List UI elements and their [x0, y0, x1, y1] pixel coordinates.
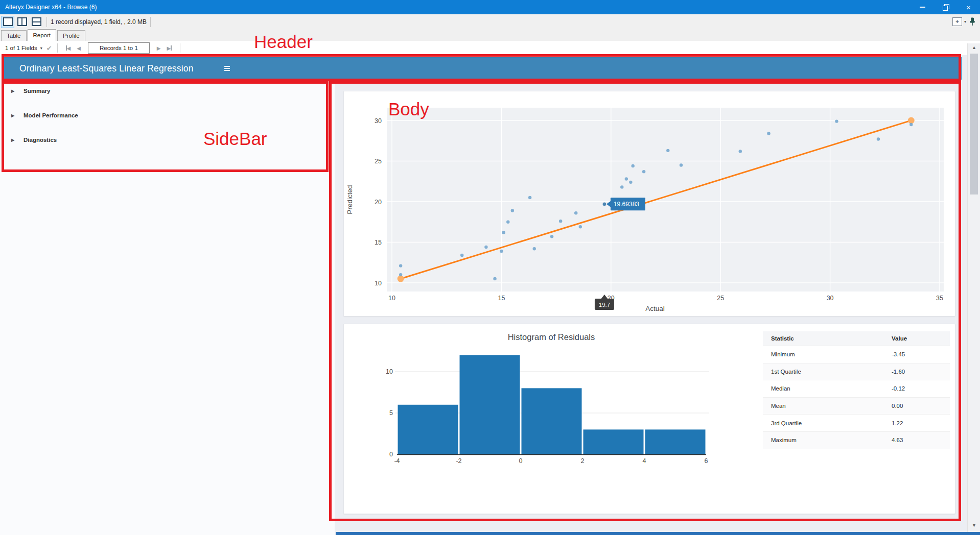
- vertical-split-icon: [17, 17, 27, 26]
- svg-text:10: 10: [388, 295, 395, 302]
- scroll-down-icon[interactable]: ▼: [968, 523, 980, 528]
- svg-text:15: 15: [375, 239, 382, 246]
- svg-text:4: 4: [643, 457, 646, 465]
- svg-text:-4: -4: [394, 457, 400, 465]
- window-controls: ×: [911, 0, 980, 14]
- close-icon: ×: [966, 4, 971, 11]
- apply-check-icon[interactable]: ✔: [46, 44, 52, 52]
- close-button[interactable]: ×: [957, 0, 980, 14]
- expand-arrow-icon[interactable]: ▶: [11, 89, 18, 93]
- tab-report[interactable]: Report: [28, 29, 57, 41]
- scatter-point: [767, 132, 770, 135]
- sidebar-item-model-performance[interactable]: ▶ Model Performance: [0, 109, 327, 121]
- line-endpoint: [398, 276, 404, 282]
- minimize-icon: [920, 7, 925, 8]
- scatter-point: [511, 209, 514, 212]
- tab-table[interactable]: Table: [1, 30, 27, 41]
- scatter-point: [484, 246, 487, 249]
- single-pane-icon: [3, 17, 13, 26]
- scatter-point: [502, 231, 505, 234]
- app-window: Alteryx Designer x64 - Browse (6) × 1 re…: [0, 0, 980, 535]
- stats-table-header: StatisticValue: [763, 331, 950, 346]
- histogram-bar: [460, 355, 520, 454]
- scatter-point: [629, 181, 632, 184]
- scatter-point: [528, 196, 531, 199]
- fields-dropdown-caret-icon[interactable]: ▾: [40, 46, 42, 51]
- svg-text:0: 0: [519, 457, 523, 465]
- toolbar-separator: [46, 17, 47, 27]
- minimize-button[interactable]: [911, 0, 934, 14]
- record-status-text: 1 record displayed, 1 field, , 2.0 MB: [51, 18, 147, 26]
- horizontal-split-layout-button[interactable]: [30, 16, 43, 28]
- records-range-box[interactable]: Records 1 to 1: [88, 42, 150, 54]
- vertical-scrollbar[interactable]: ▲ ▼: [967, 43, 980, 535]
- expand-arrow-icon[interactable]: ▶: [11, 113, 18, 118]
- svg-text:19.69383: 19.69383: [614, 201, 639, 208]
- last-record-button[interactable]: ▶: [167, 45, 172, 51]
- svg-text:10: 10: [386, 368, 393, 375]
- y-axis-title: Predicted: [346, 185, 354, 214]
- pin-icon[interactable]: [968, 17, 976, 26]
- histogram-bar: [584, 429, 644, 454]
- table-row: 3rd Quartile1.22: [763, 415, 950, 432]
- table-row: Median-0.12: [763, 380, 950, 398]
- scroll-up-icon[interactable]: ▲: [968, 45, 980, 50]
- single-pane-layout-button[interactable]: [1, 16, 14, 28]
- scatter-point: [680, 163, 683, 166]
- vertical-split-layout-button[interactable]: [15, 16, 29, 28]
- first-record-button[interactable]: ◀: [66, 45, 71, 51]
- record-navigation: 1 of 1 Fields ▾ ✔ ◀ ◀ Records 1 to 1 ▶ ▶: [0, 41, 980, 55]
- restore-icon: [943, 5, 948, 10]
- scatter-point: [550, 235, 553, 238]
- chevron-down-icon[interactable]: ▾: [964, 19, 966, 24]
- restore-button[interactable]: [934, 0, 957, 14]
- scatter-point: [399, 264, 402, 267]
- sidebar-item-diagnostics[interactable]: ▶ Diagnostics: [0, 134, 327, 146]
- nav-separator: [57, 43, 58, 53]
- hamburger-menu-icon[interactable]: [224, 66, 230, 71]
- scatter-point: [399, 273, 402, 276]
- fields-dropdown[interactable]: 1 of 1 Fields: [5, 45, 37, 51]
- scatter-point: [877, 137, 880, 140]
- table-row: Minimum-3.45: [763, 346, 950, 363]
- histogram-bar: [645, 429, 706, 454]
- expand-arrow-icon[interactable]: ▶: [11, 138, 18, 142]
- hovered-point: [603, 202, 606, 206]
- histogram-card: Histogram of Residuals0510-4-20246 Stati…: [343, 324, 955, 514]
- table-row: 1st Quartile-1.60: [763, 363, 950, 381]
- nav-separator: [180, 43, 180, 53]
- sidebar-item-summary[interactable]: ▶ Summary: [0, 85, 327, 97]
- svg-text:35: 35: [936, 295, 943, 302]
- window-title: Alteryx Designer x64 - Browse (6): [0, 4, 97, 11]
- scatter-point: [909, 123, 913, 126]
- histogram-bar: [522, 388, 582, 454]
- table-row: Mean0.00: [763, 398, 950, 415]
- scatter-point: [559, 220, 562, 223]
- svg-text:25: 25: [375, 158, 382, 165]
- scatter-plot-card: 1015202530351015202530ActualPredicted19.…: [343, 91, 955, 317]
- svg-text:30: 30: [827, 295, 834, 302]
- table-row: Maximum4.63: [763, 432, 950, 449]
- residual-stats-table: StatisticValueMinimum-3.451st Quartile-1…: [763, 331, 950, 449]
- scatter-point: [642, 170, 645, 173]
- scatter-point: [579, 225, 582, 228]
- horizontal-split-icon: [32, 17, 41, 26]
- line-endpoint: [908, 117, 915, 124]
- histogram-bar: [398, 405, 458, 454]
- tab-profile[interactable]: Profile: [57, 30, 85, 41]
- histogram-title: Histogram of Residuals: [508, 332, 595, 342]
- previous-record-button[interactable]: ◀: [77, 45, 81, 51]
- scrollbar-thumb[interactable]: [970, 54, 978, 194]
- toolbar-separator: [150, 17, 151, 27]
- report-header-bar: Ordinary Least-Squares Linear Regression: [4, 57, 962, 80]
- svg-text:19.7: 19.7: [599, 302, 610, 308]
- residuals-histogram[interactable]: Histogram of Residuals0510-4-20246: [344, 324, 753, 514]
- scatter-point: [666, 149, 669, 152]
- svg-text:30: 30: [375, 117, 382, 125]
- next-record-button[interactable]: ▶: [157, 45, 161, 51]
- scatter-point: [574, 211, 577, 214]
- x-axis-title: Actual: [645, 305, 665, 312]
- new-window-grid-icon[interactable]: +: [952, 17, 962, 26]
- svg-text:2: 2: [581, 457, 585, 465]
- predicted-vs-actual-scatter-plot[interactable]: 1015202530351015202530ActualPredicted19.…: [344, 91, 955, 316]
